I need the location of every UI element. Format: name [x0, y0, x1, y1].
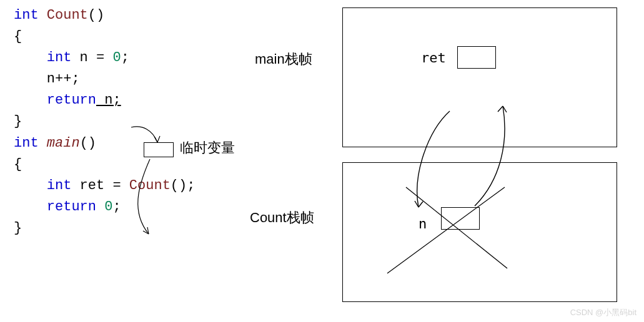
ret-var-label: ret	[421, 50, 446, 66]
code-line: }	[14, 111, 195, 132]
watermark: CSDN @小黑码bit	[570, 307, 637, 318]
count-stack-frame	[342, 162, 617, 302]
code-line: }	[14, 218, 195, 239]
code-line: n++;	[14, 69, 195, 90]
n-var-box	[441, 207, 480, 230]
fn-count: Count	[47, 7, 88, 23]
code-block: int Count() { int n = 0; n++; return n; …	[14, 5, 195, 239]
main-frame-label: main栈帧	[255, 50, 312, 69]
n-var-label: n	[419, 216, 427, 232]
temp-variable-label: 临时变量	[180, 139, 235, 157]
code-line: int ret = Count();	[14, 175, 195, 197]
main-stack-frame	[342, 7, 617, 147]
code-line: return n;	[14, 90, 195, 111]
temp-variable-box	[144, 142, 174, 157]
code-line: int Count()	[14, 5, 195, 26]
code-line: int n = 0;	[14, 47, 195, 69]
keyword-int: int	[14, 7, 47, 23]
count-frame-label: Count栈帧	[250, 208, 314, 227]
code-line: {	[14, 26, 195, 47]
fn-main: main	[47, 135, 80, 151]
code-line: return 0;	[14, 197, 195, 218]
ret-var-box	[457, 46, 496, 69]
